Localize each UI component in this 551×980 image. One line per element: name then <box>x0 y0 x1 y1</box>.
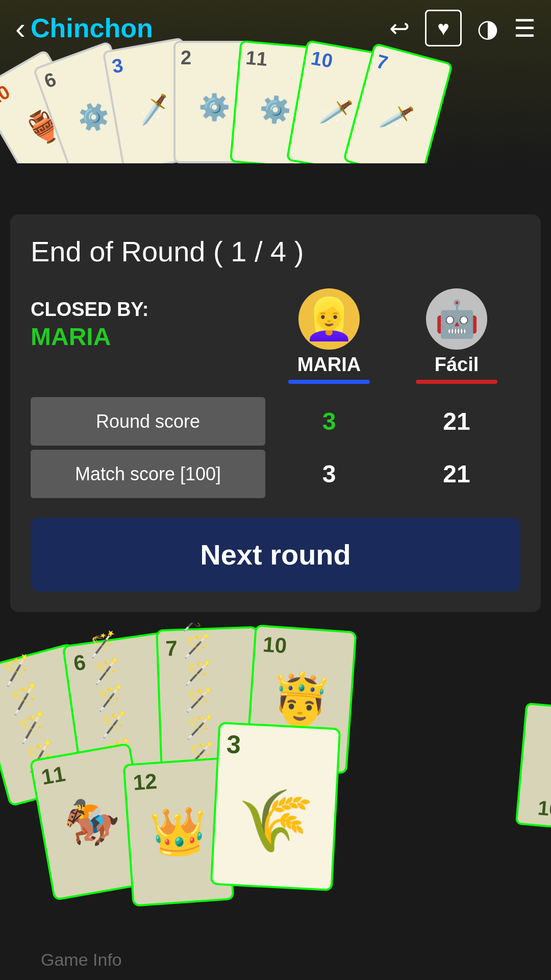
round-score-maria: 3 <box>265 397 393 446</box>
heart-icon: ♥ <box>437 17 449 40</box>
match-score-maria: 3 <box>265 450 393 498</box>
card-value-10: 10 <box>262 632 288 658</box>
facil-avatar: 🤖 <box>426 288 487 350</box>
bottom-cards-area: 5 5 🪄🪄🪄🪄🪄 6 🪄🪄🪄🪄🪄🪄 7 🪄🪄🪄🪄🪄🪄🪄 10 🤴 11 🏇 1… <box>0 623 551 980</box>
menu-icon[interactable]: ☰ <box>514 14 536 42</box>
closed-by-section: CLOSED BY: MARIA <box>31 288 265 387</box>
card-value-12: 12 <box>132 769 158 795</box>
contrast-icon[interactable]: ◑ <box>477 14 498 42</box>
round-score-row: Round score 3 21 <box>31 397 520 446</box>
card-value-3: 3 <box>226 729 242 760</box>
header: ‹ Chinchon ↩ ♥ ◑ ☰ <box>0 0 551 56</box>
maria-avatar: 👱‍♀️ <box>298 288 360 350</box>
closed-by-name: MARIA <box>31 323 265 351</box>
card-value-11: 11 <box>39 762 67 790</box>
score-panel: End of Round ( 1 / 4 ) CLOSED BY: MARIA … <box>10 214 541 612</box>
player-facil-header: 🤖 Fácil <box>393 288 520 387</box>
facil-robot-icon: 🤖 <box>435 298 479 340</box>
facil-name: Fácil <box>435 354 479 376</box>
card-value-5: 5 <box>0 670 2 697</box>
header-icons: ↩ ♥ ◑ ☰ <box>389 10 536 46</box>
maria-bar <box>288 380 370 384</box>
undo-icon[interactable]: ↩ <box>389 14 410 42</box>
maria-name: MARIA <box>297 354 361 376</box>
round-score-label: Round score <box>31 397 265 446</box>
facil-bar <box>416 380 497 384</box>
panel-title: End of Round ( 1 / 4 ) <box>31 235 520 268</box>
closed-by-label: CLOSED BY: <box>31 299 265 321</box>
match-score-label: Match score [100] <box>31 450 265 498</box>
card-value-6: 6 <box>72 650 87 676</box>
game-info-label[interactable]: Game Info <box>41 950 122 970</box>
back-button[interactable]: ‹ <box>15 11 26 46</box>
app-title: Chinchon <box>31 13 389 43</box>
favorite-button[interactable]: ♥ <box>425 10 462 46</box>
player-maria-header: 👱‍♀️ MARIA <box>265 288 393 387</box>
round-score-facil: 21 <box>393 397 520 446</box>
side-card-10: 10 <box>515 702 551 829</box>
maria-face-icon: 👱‍♀️ <box>304 295 355 343</box>
match-score-row: Match score [100] 3 21 <box>31 450 520 498</box>
bottom-card-3: 3 🌾 <box>210 722 341 891</box>
match-score-facil: 21 <box>393 450 520 498</box>
card-value-7: 7 <box>165 636 178 661</box>
next-round-button[interactable]: Next round <box>31 518 520 592</box>
